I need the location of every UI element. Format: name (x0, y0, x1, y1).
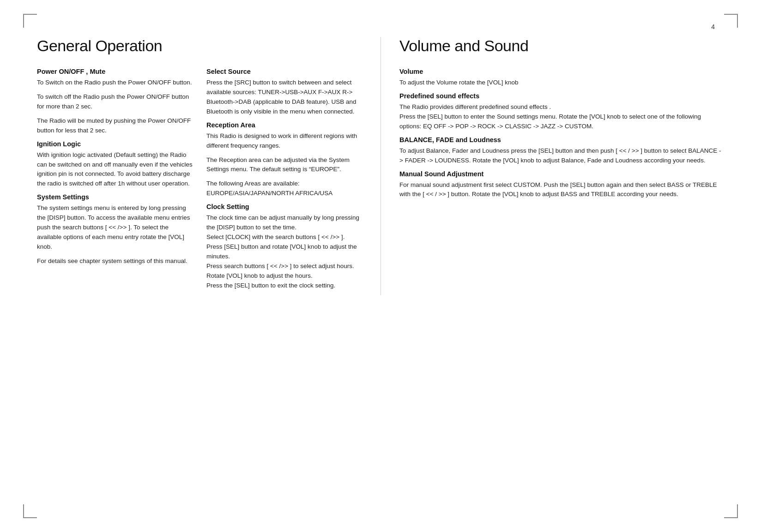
clock-setting-p1: The clock time can be adjust manually by… (206, 213, 362, 290)
left-half: General Operation Power ON/OFF , Mute To… (37, 37, 380, 295)
reception-area-p3: The following Areas are available: EUROP… (206, 179, 362, 198)
power-on-off-p1: To Switch on the Radio push the Power ON… (37, 78, 193, 88)
balance-fade-p1: To adjust Balance, Fader and Loudness pr… (399, 146, 724, 166)
section-volume: Volume To adjust the Volume rotate the [… (399, 68, 724, 88)
content-area: General Operation Power ON/OFF , Mute To… (37, 37, 724, 295)
ignition-logic-heading: Ignition Logic (37, 140, 193, 148)
system-settings-heading: System Settings (37, 193, 193, 201)
right-half: Volume and Sound Volume To adjust the Vo… (380, 37, 724, 295)
clock-setting-heading: Clock Setting (206, 203, 362, 210)
manual-sound-heading: Manual Sound Adjustment (399, 170, 724, 178)
power-on-off-p2: To switch off the Radio push the Power O… (37, 92, 193, 112)
power-on-off-p3: The Radio will be muted by pushing the P… (37, 116, 193, 136)
page-number: 4 (711, 23, 715, 30)
predefined-sound-p1: The Radio provides different predefined … (399, 102, 724, 132)
manual-sound-p1: For manual sound adjustment first select… (399, 180, 724, 200)
corner-mark-tl (23, 14, 37, 28)
section-predefined-sound: Predefined sound effects The Radio provi… (399, 92, 724, 132)
section-system-settings: System Settings The system settings menu… (37, 193, 193, 266)
corner-mark-bl (23, 504, 37, 518)
general-operation-title: General Operation (37, 37, 362, 55)
reception-area-p1: This Radio is designed to work in differ… (206, 132, 362, 151)
system-settings-p1: The system settings menu is entered by l… (37, 203, 193, 252)
section-clock-setting: Clock Setting The clock time can be adju… (206, 203, 362, 290)
system-settings-p2: For details see chapter system settings … (37, 257, 193, 266)
general-operation-col1: Power ON/OFF , Mute To Switch on the Rad… (37, 68, 206, 295)
select-source-p1: Press the [SRC] button to switch between… (206, 78, 362, 117)
reception-area-heading: Reception Area (206, 121, 362, 129)
ignition-logic-p1: With ignition logic activated (Default s… (37, 150, 193, 189)
corner-mark-tr (724, 14, 738, 28)
volume-heading: Volume (399, 68, 724, 75)
general-operation-columns: Power ON/OFF , Mute To Switch on the Rad… (37, 68, 362, 295)
page: 4 General Operation Power ON/OFF , Mute … (0, 0, 761, 532)
section-power-on-off: Power ON/OFF , Mute To Switch on the Rad… (37, 68, 193, 136)
section-reception-area: Reception Area This Radio is designed to… (206, 121, 362, 199)
predefined-sound-heading: Predefined sound effects (399, 92, 724, 100)
general-operation-col2: Select Source Press the [SRC] button to … (206, 68, 362, 295)
section-ignition-logic: Ignition Logic With ignition logic activ… (37, 140, 193, 189)
reception-area-p2: The Reception area can be adjusted via t… (206, 155, 362, 175)
corner-mark-br (724, 504, 738, 518)
section-select-source: Select Source Press the [SRC] button to … (206, 68, 362, 117)
section-manual-sound: Manual Sound Adjustment For manual sound… (399, 170, 724, 200)
balance-fade-heading: BALANCE, FADE and Loudness (399, 136, 724, 143)
select-source-heading: Select Source (206, 68, 362, 75)
section-balance-fade: BALANCE, FADE and Loudness To adjust Bal… (399, 136, 724, 166)
power-on-off-heading: Power ON/OFF , Mute (37, 68, 193, 75)
volume-p1: To adjust the Volume rotate the [VOL] kn… (399, 78, 724, 88)
volume-and-sound-title: Volume and Sound (399, 37, 724, 55)
